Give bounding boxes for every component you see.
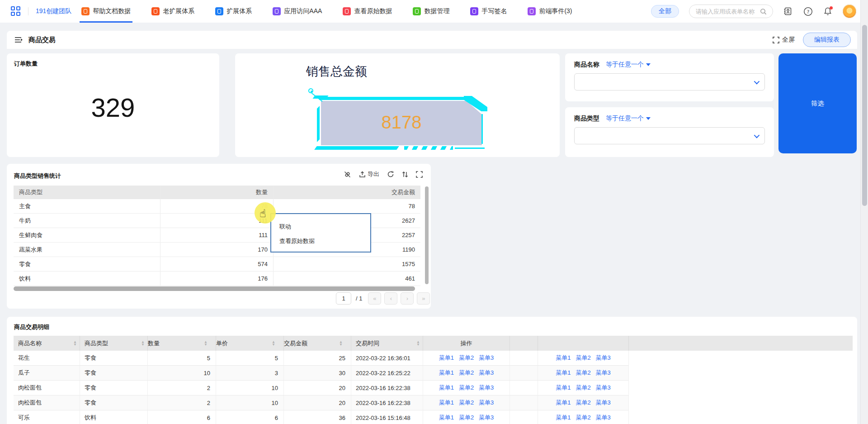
refresh-icon[interactable] — [387, 171, 394, 178]
table-row[interactable]: 肉松面包零食210202022-03-16 16:22:38菜单1菜单2菜单3菜… — [14, 395, 853, 410]
tab-手写签名[interactable]: 手写签名 — [470, 0, 507, 23]
table-cell[interactable]: 肉松面包 — [14, 381, 80, 395]
menu-link[interactable]: 菜单1 — [439, 414, 454, 422]
table-cell[interactable]: 10 — [148, 366, 216, 381]
tab-应用访问AAA[interactable]: 应用访问AAA — [273, 0, 322, 23]
menu-link[interactable]: 菜单1 — [556, 414, 571, 422]
table-cell[interactable]: 461 — [274, 272, 420, 286]
menu-link[interactable]: 菜单2 — [459, 414, 474, 422]
table-cell[interactable]: 36 — [284, 410, 351, 424]
sorter-icon[interactable]: ▲▼ — [141, 341, 145, 346]
context-menu-item[interactable]: 查看原始数据 — [271, 234, 370, 248]
filter-submit-button[interactable]: 筛选 — [778, 53, 857, 153]
unlink-icon[interactable] — [344, 171, 351, 178]
product-type-select[interactable] — [574, 127, 765, 144]
menu-link[interactable]: 菜单1 — [439, 384, 454, 392]
table-cell[interactable]: 瓜子 — [14, 366, 80, 381]
menu-link[interactable]: 菜单2 — [576, 384, 590, 392]
tab-查看原始数据[interactable]: 查看原始数据 — [343, 0, 392, 23]
tab-数据管理[interactable]: 数据管理 — [413, 0, 449, 23]
table-row[interactable]: 零食5741575 — [14, 257, 420, 272]
filter-operator-dropdown[interactable]: 等于任意一个 — [606, 61, 651, 69]
help-icon[interactable]: ? — [803, 6, 813, 16]
table-cell[interactable]: 花生 — [14, 351, 80, 366]
table-cell[interactable]: 5 — [216, 351, 284, 366]
collapse-menu-icon[interactable] — [15, 37, 23, 43]
sorter-icon[interactable]: ▲▼ — [73, 341, 77, 346]
product-name-select[interactable] — [574, 73, 765, 91]
menu-link[interactable]: 菜单3 — [479, 369, 494, 377]
table-cell[interactable]: 10 — [216, 395, 284, 410]
table-cell[interactable]: 2022-03-16 15:16:48 — [351, 410, 423, 424]
tab-扩展体系[interactable]: 扩展体系 — [215, 0, 252, 23]
table-cell[interactable]: 零食 — [80, 351, 148, 366]
menu-link[interactable]: 菜单1 — [439, 399, 454, 407]
search-box[interactable] — [689, 5, 773, 18]
menu-link[interactable]: 菜单3 — [596, 384, 611, 392]
table-cell[interactable]: 30 — [284, 366, 351, 381]
table-cell[interactable]: 主食 — [14, 199, 160, 213]
table-cell[interactable]: 饮料 — [14, 272, 160, 286]
table-cell[interactable]: 2 — [148, 381, 216, 395]
table-cell[interactable]: 零食 — [80, 366, 148, 381]
table-cell[interactable]: 生鲜肉食 — [14, 228, 160, 242]
prev-page-icon[interactable]: ‹ — [384, 292, 397, 305]
search-icon[interactable] — [760, 8, 767, 15]
menu-link[interactable]: 菜单1 — [556, 399, 571, 407]
page-number-input[interactable]: 1 — [336, 292, 351, 305]
table-cell[interactable]: 6 — [216, 410, 284, 424]
vertical-scrollbar[interactable] — [425, 186, 429, 287]
menu-link[interactable]: 菜单2 — [576, 414, 590, 422]
menu-link[interactable]: 菜单2 — [576, 354, 590, 362]
menu-link[interactable]: 菜单2 — [576, 399, 590, 407]
menu-link[interactable]: 菜单1 — [439, 354, 454, 362]
table-cell[interactable]: 蔬菜水果 — [14, 243, 160, 257]
table-cell[interactable]: 牛奶 — [14, 214, 160, 228]
menu-link[interactable]: 菜单1 — [556, 354, 571, 362]
menu-link[interactable]: 菜单3 — [596, 354, 611, 362]
table-cell[interactable]: 2022-03-22 16:36:01 — [351, 351, 423, 366]
avatar[interactable] — [843, 5, 856, 18]
expand-icon[interactable] — [416, 171, 423, 178]
table-cell[interactable]: 3 — [216, 366, 284, 381]
tab-前端事件(3)[interactable]: 前端事件(3) — [528, 0, 572, 23]
menu-link[interactable]: 菜单2 — [459, 399, 474, 407]
menu-link[interactable]: 菜单2 — [459, 384, 474, 392]
sorter-icon[interactable]: ▲▼ — [204, 341, 208, 346]
table-row[interactable]: 瓜子零食103302022-03-22 16:25:22菜单1菜单2菜单3菜单1… — [14, 366, 853, 381]
sorter-icon[interactable]: ▲▼ — [416, 341, 420, 346]
contacts-icon[interactable] — [783, 6, 793, 16]
filter-operator-dropdown[interactable]: 等于任意一个 — [606, 114, 651, 123]
table-cell[interactable]: 可乐 — [14, 410, 80, 424]
menu-link[interactable]: 菜单1 — [439, 369, 454, 377]
menu-link[interactable]: 菜单3 — [479, 384, 494, 392]
table-cell[interactable]: 78 — [274, 199, 420, 213]
table-cell[interactable]: 6 — [148, 410, 216, 424]
table-cell[interactable]: 170 — [160, 243, 274, 257]
tab-帮助文档数据[interactable]: 帮助文档数据 — [81, 0, 131, 23]
scrollbar-thumb[interactable] — [862, 25, 867, 206]
table-cell[interactable]: 574 — [160, 257, 274, 271]
apps-grid-icon[interactable] — [11, 6, 21, 16]
context-menu-item[interactable]: 联动 — [271, 219, 370, 234]
notification-bell-icon[interactable] — [823, 6, 833, 16]
table-row[interactable]: 饮料176461 — [14, 272, 420, 286]
table-cell[interactable]: 111 — [160, 228, 274, 242]
table-cell[interactable]: 20 — [284, 395, 351, 410]
export-button[interactable]: 导出 — [359, 170, 379, 178]
page-scrollbar[interactable] — [860, 0, 868, 424]
table-cell[interactable]: 2 — [148, 395, 216, 410]
table-cell[interactable]: 2022-03-16 16:22:38 — [351, 381, 423, 395]
table-row[interactable]: 花生零食55252022-03-22 16:36:01菜单1菜单2菜单3菜单1菜… — [14, 351, 853, 366]
menu-link[interactable]: 菜单1 — [556, 384, 571, 392]
menu-link[interactable]: 菜单3 — [479, 399, 494, 407]
table-cell[interactable]: 零食 — [80, 395, 148, 410]
table-row[interactable]: 可乐饮料66362022-03-16 15:16:48菜单1菜单2菜单3菜单1菜… — [14, 410, 853, 424]
sorter-icon[interactable]: ▲▼ — [272, 341, 275, 346]
table-cell[interactable]: 2022-03-16 16:22:38 — [351, 395, 423, 410]
menu-link[interactable]: 菜单2 — [459, 354, 474, 362]
table-row[interactable]: 肉松面包零食210202022-03-16 16:22:38菜单1菜单2菜单3菜… — [14, 381, 853, 395]
menu-link[interactable]: 菜单3 — [479, 354, 494, 362]
tab-老扩展体系[interactable]: 老扩展体系 — [151, 0, 194, 23]
team-link[interactable]: 191创建团队 — [36, 7, 71, 15]
